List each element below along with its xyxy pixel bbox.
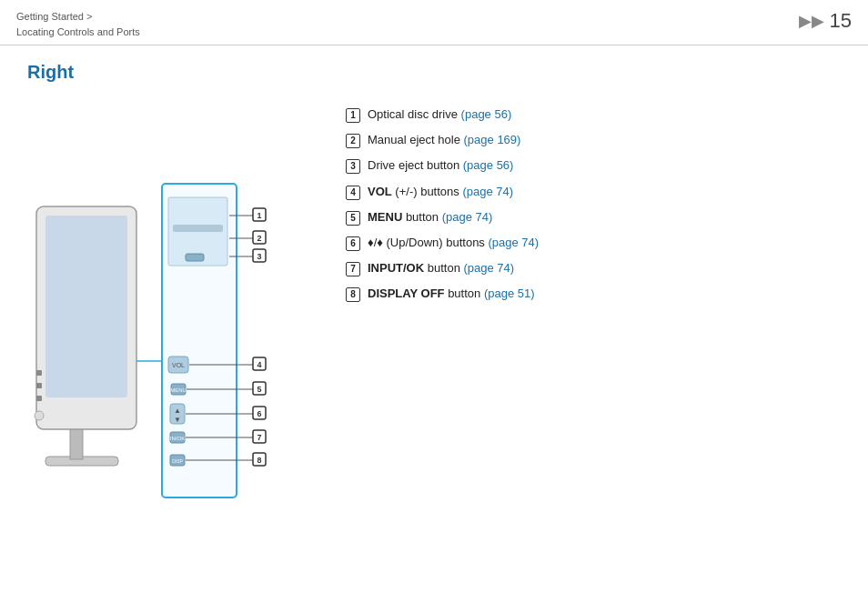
page-link[interactable]: (page 74) <box>488 236 539 249</box>
svg-text:VOL: VOL <box>172 362 185 368</box>
page-link[interactable]: (page 74) <box>462 185 513 198</box>
list-item: 6 ♦/♦ (Up/Down) buttons (page 74) <box>346 235 841 251</box>
item-text: INPUT/OK button (page 74) <box>368 260 841 276</box>
svg-text:2: 2 <box>257 234 261 243</box>
svg-text:4: 4 <box>257 360 261 369</box>
svg-rect-10 <box>173 225 223 232</box>
svg-rect-11 <box>186 254 204 261</box>
item-number: 5 <box>346 211 360 226</box>
item-number: 4 <box>346 186 360 200</box>
item-text: Optical disc drive (page 56) <box>368 106 841 123</box>
arrow-icon: ▶▶ <box>799 11 824 31</box>
item-number: 8 <box>346 287 360 302</box>
svg-rect-5 <box>36 383 42 388</box>
item-text: MENU button (page 74) <box>368 209 841 226</box>
page-header: Getting Started > Locating Controls and … <box>0 0 868 45</box>
svg-text:DISP: DISP <box>172 458 183 464</box>
svg-rect-3 <box>45 216 127 397</box>
item-text: VOL (+/-) buttons (page 74) <box>368 184 841 200</box>
section-title: Right <box>27 62 841 83</box>
monitor-illustration <box>35 206 136 466</box>
page-link[interactable]: (page 74) <box>464 261 515 275</box>
diagram-container: 1 2 3 VOL 4 MENU <box>27 97 309 518</box>
content-area: 1 2 3 VOL 4 MENU <box>27 97 841 518</box>
page-link[interactable]: (page 56) <box>461 107 512 121</box>
svg-text:▼: ▼ <box>174 416 181 424</box>
item-text: Drive eject button (page 56) <box>368 157 841 174</box>
list-item: 1 Optical disc drive (page 56) <box>346 106 841 123</box>
svg-rect-6 <box>36 396 42 401</box>
breadcrumb-line1: Getting Started > <box>16 9 140 25</box>
svg-text:8: 8 <box>257 456 261 465</box>
breadcrumb-line2: Locating Controls and Ports <box>16 25 140 40</box>
page-number-area: ▶▶ 15 <box>799 9 852 33</box>
page-link[interactable]: (page 51) <box>484 286 535 300</box>
svg-text:IN/OK: IN/OK <box>170 436 185 441</box>
page-link[interactable]: (page 56) <box>463 158 514 172</box>
svg-point-7 <box>35 411 44 420</box>
item-text: ♦/♦ (Up/Down) buttons (page 74) <box>368 235 841 251</box>
diagram-svg: 1 2 3 VOL 4 MENU <box>27 97 309 516</box>
item-number: 3 <box>346 159 360 174</box>
page-link[interactable]: (page 169) <box>464 133 521 146</box>
list-item: 2 Manual eject hole (page 169) <box>346 132 841 148</box>
list-item: 4 VOL (+/-) buttons (page 74) <box>346 184 841 200</box>
item-number: 7 <box>346 262 360 276</box>
svg-text:MENU: MENU <box>170 387 187 393</box>
page-link[interactable]: (page 74) <box>442 210 493 224</box>
item-number: 1 <box>346 108 360 123</box>
svg-text:7: 7 <box>257 433 261 442</box>
svg-text:1: 1 <box>257 211 261 220</box>
main-content: Right <box>0 45 868 528</box>
list-item: 8 DISPLAY OFF button (page 51) <box>346 286 841 302</box>
list-item: 5 MENU button (page 74) <box>346 209 841 226</box>
svg-text:▲: ▲ <box>174 407 181 415</box>
svg-text:5: 5 <box>257 385 261 394</box>
item-text: DISPLAY OFF button (page 51) <box>368 286 841 302</box>
svg-text:6: 6 <box>257 409 261 418</box>
list-item: 3 Drive eject button (page 56) <box>346 157 841 174</box>
svg-text:3: 3 <box>257 252 261 261</box>
item-number: 2 <box>346 134 360 148</box>
svg-rect-4 <box>36 370 42 376</box>
item-number: 6 <box>346 236 360 251</box>
breadcrumb: Getting Started > Locating Controls and … <box>16 9 140 39</box>
item-text: Manual eject hole (page 169) <box>368 132 841 148</box>
list-item: 7 INPUT/OK button (page 74) <box>346 260 841 276</box>
labels-list: 1 Optical disc drive (page 56) 2 Manual … <box>346 97 841 312</box>
page-number: 15 <box>830 9 852 33</box>
